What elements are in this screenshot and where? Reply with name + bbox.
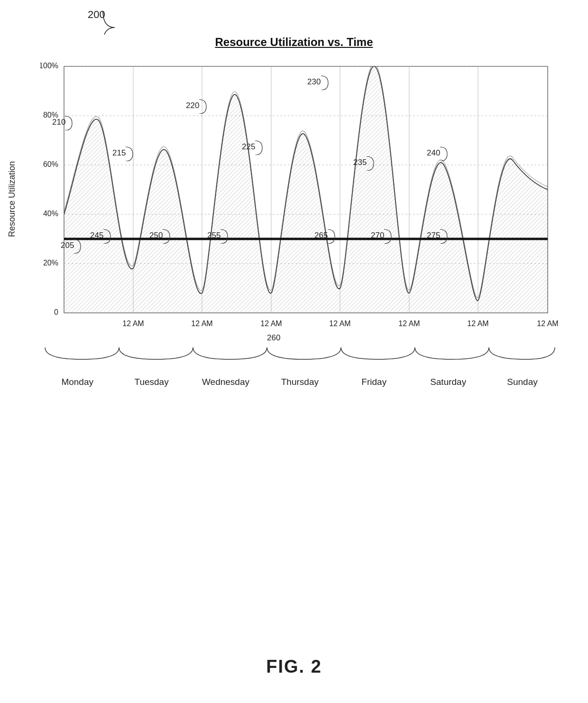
fig-caption: FIG. 2 — [266, 657, 322, 677]
brace-210 — [63, 114, 77, 130]
day-braces-svg — [40, 345, 560, 371]
svg-text:40%: 40% — [43, 210, 58, 218]
annotation-260: 260 — [267, 333, 280, 343]
brace-225 — [253, 138, 267, 155]
day-label-saturday: Saturday — [411, 377, 485, 387]
chart-svg: 100% 80% 60% 40% 20% 0 12 AM 12 AM 12 AM… — [40, 62, 560, 337]
svg-text:12 AM: 12 AM — [467, 320, 488, 328]
svg-text:12 AM: 12 AM — [260, 320, 282, 328]
day-label-sunday: Sunday — [485, 377, 559, 387]
brace-200 — [98, 9, 127, 35]
svg-text:0: 0 — [54, 308, 58, 316]
day-labels: Monday Tuesday Wednesday Thursday Friday… — [40, 377, 560, 387]
day-label-wednesday: Wednesday — [189, 377, 263, 387]
svg-text:20%: 20% — [43, 259, 58, 267]
brace-220 — [197, 97, 211, 114]
brace-205 — [71, 237, 85, 254]
svg-text:12 AM: 12 AM — [537, 320, 558, 328]
brace-215 — [123, 145, 138, 161]
day-label-friday: Friday — [337, 377, 411, 387]
brace-245 — [101, 227, 115, 244]
brace-270 — [382, 227, 396, 244]
svg-text:12 AM: 12 AM — [329, 320, 350, 328]
brace-240 — [438, 145, 452, 161]
brace-235 — [364, 154, 378, 171]
page: 200 Resource Utilization vs. Time Resour… — [0, 0, 588, 703]
svg-text:60%: 60% — [43, 160, 58, 168]
brace-250 — [160, 227, 175, 244]
svg-text:12 AM: 12 AM — [122, 320, 144, 328]
brace-230 — [319, 73, 333, 90]
svg-text:12 AM: 12 AM — [398, 320, 420, 328]
y-axis-label: Resource Utilization — [7, 62, 17, 337]
svg-text:12 AM: 12 AM — [191, 320, 212, 328]
day-label-monday: Monday — [40, 377, 114, 387]
brace-265 — [325, 227, 340, 244]
brace-255 — [218, 227, 232, 244]
svg-text:100%: 100% — [40, 62, 58, 70]
chart-title: Resource Utilization vs. Time — [215, 36, 373, 49]
day-label-tuesday: Tuesday — [114, 377, 188, 387]
day-label-thursday: Thursday — [263, 377, 337, 387]
brace-275 — [438, 227, 452, 244]
